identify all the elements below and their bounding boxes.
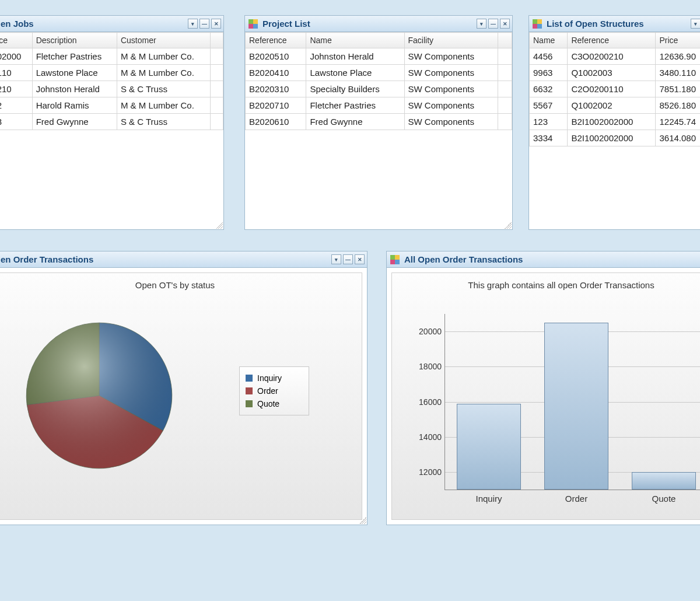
table-cell[interactable]: 2002000 bbox=[0, 48, 32, 65]
table-cell[interactable]: 9963 bbox=[530, 65, 568, 81]
table-cell[interactable]: M & M Lumber Co. bbox=[117, 65, 211, 81]
table-cell[interactable]: S & C Truss bbox=[117, 81, 211, 97]
table-cell[interactable]: B2020410 bbox=[246, 65, 306, 81]
resize-handle-icon[interactable] bbox=[505, 222, 512, 229]
table-cell[interactable]: Lawstone Place bbox=[306, 65, 404, 81]
table-cell[interactable]: 3614.080 bbox=[656, 130, 700, 146]
close-icon[interactable]: ✕ bbox=[355, 254, 365, 264]
close-icon[interactable]: ✕ bbox=[500, 19, 510, 29]
table-cell[interactable]: SW Components bbox=[404, 48, 498, 65]
column-header[interactable]: Facility bbox=[404, 33, 498, 48]
table-row[interactable]: 00210Johnston HeraldS & C Truss bbox=[0, 81, 223, 97]
table-row[interactable]: 2002000Fletcher PastriesM & M Lumber Co. bbox=[0, 48, 223, 65]
table-row[interactable]: 9963Q10020033480.110 bbox=[530, 65, 701, 81]
table-cell[interactable]: Fletcher Pastries bbox=[306, 97, 404, 114]
panel-header[interactable]: Project List ▾ — ✕ bbox=[245, 16, 512, 32]
table-cell[interactable]: B2I1002002000 bbox=[568, 130, 656, 146]
table-cell[interactable]: 12636.90 bbox=[656, 48, 700, 65]
table-cell[interactable]: SW Components bbox=[404, 81, 498, 97]
table-cell[interactable]: 3480.110 bbox=[656, 65, 700, 81]
table-cell[interactable]: Specialty Builders bbox=[306, 81, 404, 97]
table-cell[interactable]: 00210 bbox=[0, 81, 32, 97]
table-cell[interactable]: SW Components bbox=[404, 114, 498, 130]
minimize-icon[interactable]: — bbox=[488, 19, 498, 29]
open-structures-table[interactable]: NameReferencePrice 4456C3O020021012636.9… bbox=[529, 32, 700, 146]
table-row[interactable]: 003Fred GwynneS & C Truss bbox=[0, 114, 223, 130]
open-jobs-table[interactable]: renceDescriptionCustomer 2002000Fletcher… bbox=[0, 32, 223, 130]
table-cell[interactable]: 002 bbox=[0, 97, 32, 114]
table-cell[interactable]: SW Components bbox=[404, 65, 498, 81]
table-cell[interactable]: 00110 bbox=[0, 65, 32, 81]
table-cell[interactable]: 003 bbox=[0, 114, 32, 130]
dropdown-icon[interactable]: ▾ bbox=[477, 19, 487, 29]
table-row[interactable]: 00110Lawstone PlaceM & M Lumber Co. bbox=[0, 65, 223, 81]
table-row[interactable]: 4456C3O020021012636.90 bbox=[530, 48, 701, 65]
table-cell[interactable]: Q1002002 bbox=[568, 97, 656, 114]
table-cell[interactable]: 12245.74 bbox=[656, 114, 700, 130]
project-list-table[interactable]: ReferenceNameFacility B2020510Johnston H… bbox=[245, 32, 512, 130]
bar bbox=[457, 404, 521, 490]
close-icon[interactable]: ✕ bbox=[211, 19, 221, 29]
table-cell[interactable]: M & M Lumber Co. bbox=[117, 48, 211, 65]
column-header[interactable]: Price bbox=[656, 33, 700, 48]
dropdown-icon[interactable]: ▾ bbox=[691, 19, 700, 29]
resize-handle-icon[interactable] bbox=[216, 222, 223, 229]
column-header[interactable]: Description bbox=[32, 33, 117, 48]
table-row[interactable]: B2020310Specialty BuildersSW Components bbox=[246, 81, 512, 97]
table-cell[interactable]: Johnston Herald bbox=[32, 81, 117, 97]
table-cell[interactable]: B2020610 bbox=[246, 114, 306, 130]
table-row[interactable]: 123B2I100200200012245.74 bbox=[530, 114, 701, 130]
table-cell[interactable]: 4456 bbox=[530, 48, 568, 65]
table-cell[interactable]: Q1002003 bbox=[568, 65, 656, 81]
table-row[interactable]: 6632C2O02001107851.180 bbox=[530, 81, 701, 97]
table-cell[interactable]: Harold Ramis bbox=[32, 97, 117, 114]
table-cell[interactable]: B2020510 bbox=[246, 48, 306, 65]
column-header[interactable]: rence bbox=[0, 33, 32, 48]
y-axis-tick: 12000 bbox=[411, 467, 442, 477]
table-cell[interactable]: Fred Gwynne bbox=[32, 114, 117, 130]
bar bbox=[632, 472, 696, 490]
panel-header[interactable]: en Jobs ▾ — ✕ bbox=[0, 16, 223, 32]
panel-header[interactable]: en Order Transactions ▾ — ✕ bbox=[0, 251, 367, 268]
table-cell[interactable]: 3334 bbox=[530, 130, 568, 146]
table-cell[interactable]: S & C Truss bbox=[117, 114, 211, 130]
dropdown-icon[interactable]: ▾ bbox=[188, 19, 198, 29]
table-row[interactable]: 5567Q10020028526.180 bbox=[530, 97, 701, 114]
panel-project-list: Project List ▾ — ✕ ReferenceNameFacility… bbox=[244, 15, 513, 230]
minimize-icon[interactable]: — bbox=[200, 19, 209, 29]
table-cell[interactable]: M & M Lumber Co. bbox=[117, 97, 211, 114]
column-header[interactable]: Name bbox=[306, 33, 404, 48]
table-row[interactable]: B2020510Johnston HeraldSW Components bbox=[246, 48, 512, 65]
bar-chart: 1200014000160001800020000InquiryOrderQuo… bbox=[410, 314, 700, 508]
table-row[interactable]: B2020710Fletcher PastriesSW Components bbox=[246, 97, 512, 114]
table-cell[interactable]: B2020310 bbox=[246, 81, 306, 97]
panel-header[interactable]: All Open Order Transactions bbox=[387, 251, 700, 268]
resize-handle-icon[interactable] bbox=[359, 517, 366, 524]
table-cell[interactable]: C2O0200110 bbox=[568, 81, 656, 97]
table-cell[interactable]: C3O0200210 bbox=[568, 48, 656, 65]
column-header[interactable]: Name bbox=[530, 33, 568, 48]
y-axis-tick: 16000 bbox=[411, 397, 442, 407]
panel-header[interactable]: List of Open Structures ▾ — ✕ bbox=[529, 16, 700, 32]
column-header[interactable]: Reference bbox=[568, 33, 656, 48]
column-header[interactable]: Reference bbox=[246, 33, 306, 48]
table-cell[interactable]: Lawstone Place bbox=[32, 65, 117, 81]
table-cell[interactable]: Johnston Herald bbox=[306, 48, 404, 65]
table-row[interactable]: B2020410Lawstone PlaceSW Components bbox=[246, 65, 512, 81]
table-cell[interactable]: B2020710 bbox=[246, 97, 306, 114]
table-row[interactable]: 002Harold RamisM & M Lumber Co. bbox=[0, 97, 223, 114]
table-cell[interactable]: 6632 bbox=[530, 81, 568, 97]
table-cell[interactable]: 7851.180 bbox=[656, 81, 700, 97]
table-row[interactable]: B2020610Fred GwynneSW Components bbox=[246, 114, 512, 130]
table-cell[interactable]: 5567 bbox=[530, 97, 568, 114]
table-cell[interactable]: 8526.180 bbox=[656, 97, 700, 114]
table-cell[interactable]: Fred Gwynne bbox=[306, 114, 404, 130]
table-cell[interactable]: B2I1002002000 bbox=[568, 114, 656, 130]
table-cell[interactable]: 123 bbox=[530, 114, 568, 130]
column-header[interactable]: Customer bbox=[117, 33, 211, 48]
dropdown-icon[interactable]: ▾ bbox=[331, 254, 341, 264]
table-cell[interactable]: SW Components bbox=[404, 97, 498, 114]
table-row[interactable]: 3334B2I10020020003614.080 bbox=[530, 130, 701, 146]
table-cell[interactable]: Fletcher Pastries bbox=[32, 48, 117, 65]
minimize-icon[interactable]: — bbox=[343, 254, 353, 264]
